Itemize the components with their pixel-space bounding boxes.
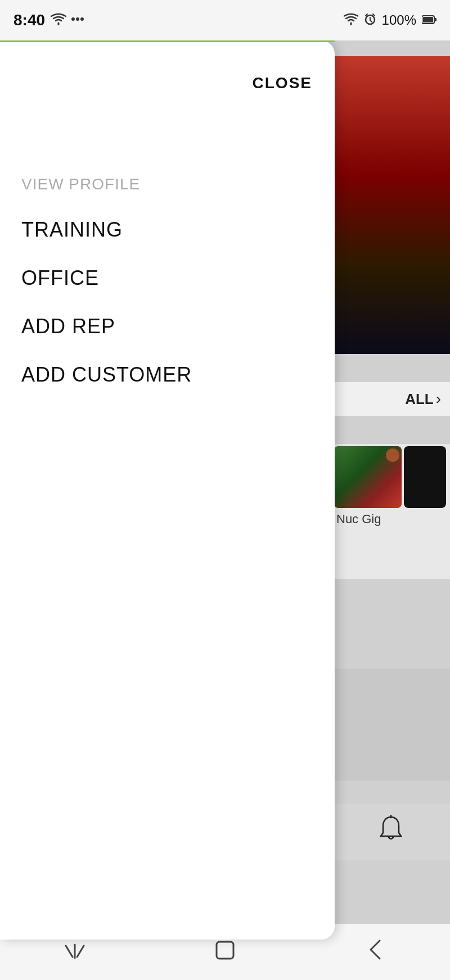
drawer-panel: CLOSE VIEW PROFILE TRAINING OFFICE ADD R… [0,40,335,940]
battery-percentage: 100% [382,12,416,28]
chevron-right-icon: › [436,390,441,408]
sidebar-item-add-rep[interactable]: ADD REP [21,302,192,351]
svg-point-0 [71,17,75,21]
nav-menu-icon [65,940,85,965]
alarm-icon [364,13,376,28]
sidebar-item-office[interactable]: OFFICE [21,254,192,302]
svg-rect-11 [217,942,233,959]
dots-icon [70,13,86,28]
sidebar-item-training[interactable]: TRAINING [21,206,192,254]
sidebar-item-add-customer[interactable]: ADD CUSTOMER [21,351,192,399]
all-label: ALL [405,391,434,408]
sidebar-item-view-profile[interactable]: VIEW PROFILE [21,170,192,206]
bg-gray-bottom [332,669,450,781]
svg-point-1 [76,17,79,21]
battery-icon [422,14,436,27]
svg-line-10 [77,946,84,957]
nav-back-button[interactable] [353,935,398,969]
status-bar-left: 8:40 [14,11,86,29]
close-button[interactable]: CLOSE [253,74,312,92]
wifi-icon-right [344,13,358,28]
product-thumbnail-1 [334,446,402,508]
bg-bell-area[interactable] [332,804,450,860]
svg-line-8 [66,946,73,957]
status-icons [51,13,86,28]
bell-icon [377,815,404,849]
product-thumbnail-2 [404,446,446,508]
svg-rect-6 [435,18,436,21]
bg-hero-image [332,56,450,354]
product-name: Nuc Gig [332,511,381,528]
status-bar: 8:40 [0,0,450,40]
nav-home-icon [215,940,235,965]
status-bar-right: 100% [344,12,436,28]
bg-all-section[interactable]: ALL › [332,382,450,416]
menu-items-list: VIEW PROFILE TRAINING OFFICE ADD REP ADD… [21,170,192,399]
nav-home-button[interactable] [202,935,248,969]
nav-menu-button[interactable] [52,935,97,969]
wifi-icon [51,13,66,28]
drawer-green-accent [0,40,335,42]
svg-rect-5 [423,17,433,22]
svg-point-2 [80,17,84,21]
status-time: 8:40 [14,11,45,29]
nav-back-icon [368,940,382,965]
